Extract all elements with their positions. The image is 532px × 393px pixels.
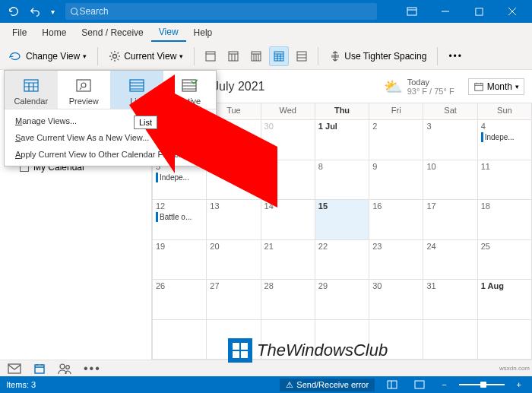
view-option-list[interactable]: List bbox=[110, 71, 163, 109]
menu-send-receive[interactable]: Send / Receive bbox=[74, 24, 150, 41]
preview-view-icon bbox=[59, 75, 109, 95]
calendar-cell[interactable]: 4Indepe... bbox=[478, 120, 532, 160]
calendar-cell[interactable]: 2 bbox=[369, 120, 423, 160]
menu-view[interactable]: View bbox=[151, 24, 186, 42]
month-label: July 2021 bbox=[213, 80, 265, 93]
day-number: 17 bbox=[426, 201, 473, 211]
calendar-cell[interactable]: 13 bbox=[207, 200, 261, 240]
calendar-cell[interactable] bbox=[478, 320, 532, 360]
schedule-view-button[interactable] bbox=[292, 46, 312, 66]
view-option-calendar[interactable]: Calendar bbox=[5, 71, 58, 109]
chevron-down-icon: ▾ bbox=[179, 52, 183, 60]
day-number: 29 bbox=[318, 281, 366, 290]
zoom-in-button[interactable]: + bbox=[512, 380, 526, 389]
current-view-button[interactable]: Current View ▾ bbox=[104, 47, 188, 65]
calendar-event[interactable]: Battle o... bbox=[156, 212, 203, 222]
day-header: Sun bbox=[478, 103, 532, 120]
calendar-cell[interactable]: 28 bbox=[261, 280, 315, 320]
tighter-spacing-label: Use Tighter Spacing bbox=[344, 51, 426, 62]
svg-rect-11 bbox=[35, 365, 44, 373]
view-option-active[interactable]: Active bbox=[163, 71, 217, 109]
svg-point-3 bbox=[113, 54, 117, 58]
calendar-cell[interactable]: 21 bbox=[261, 240, 315, 280]
calendar-cell[interactable]: 7 bbox=[261, 160, 315, 201]
calendar-cell[interactable]: 27 bbox=[207, 280, 261, 320]
more-nav-icon[interactable]: ••• bbox=[84, 362, 101, 376]
calendar-cell[interactable]: 9 bbox=[369, 160, 423, 201]
calendar-cell[interactable]: 24 bbox=[423, 240, 477, 280]
calendar-cell[interactable]: 1 Jul bbox=[315, 120, 369, 160]
svg-rect-22 bbox=[233, 343, 239, 350]
people-nav-icon[interactable] bbox=[58, 363, 71, 375]
calendar-cell[interactable]: 25 bbox=[478, 240, 532, 280]
minimize-button[interactable] bbox=[429, 0, 462, 23]
more-commands-button[interactable]: ••• bbox=[444, 48, 467, 65]
view-option-preview[interactable]: Preview bbox=[58, 71, 111, 109]
search-box[interactable] bbox=[65, 3, 377, 20]
calendar-cell[interactable]: 31 bbox=[423, 280, 477, 320]
zoom-slider[interactable] bbox=[459, 384, 505, 385]
calendar-cell[interactable]: 14 bbox=[261, 200, 315, 240]
reading-view-icon[interactable] bbox=[410, 380, 429, 389]
zoom-out-button[interactable]: − bbox=[437, 380, 451, 389]
undo-icon[interactable] bbox=[24, 2, 46, 21]
calendar-cell[interactable]: 16 bbox=[369, 200, 423, 240]
calendar-cell[interactable] bbox=[423, 320, 477, 360]
calendar-cell[interactable]: 30 bbox=[261, 120, 315, 160]
dropdown-item[interactable]: Apply Current View to Other Calendar Fol… bbox=[5, 146, 216, 163]
change-view-icon bbox=[9, 50, 23, 62]
dropdown-item[interactable]: Manage Views... bbox=[5, 113, 216, 129]
day-header: Fri bbox=[369, 103, 423, 120]
week-view-button[interactable] bbox=[246, 46, 266, 66]
day-view-button[interactable] bbox=[201, 46, 220, 66]
calendar-cell[interactable]: 12Battle o... bbox=[153, 200, 207, 240]
calendar-cell[interactable]: 15 bbox=[315, 200, 369, 240]
month-view-button[interactable] bbox=[269, 46, 289, 66]
weather-today-label: Today bbox=[407, 78, 454, 87]
day-number: 25 bbox=[481, 242, 528, 251]
normal-view-icon[interactable] bbox=[382, 380, 402, 389]
close-button[interactable] bbox=[496, 0, 529, 23]
calendar-cell[interactable]: 11 bbox=[478, 160, 532, 201]
calendar-cell[interactable] bbox=[153, 320, 207, 360]
dropdown-item[interactable]: Save Current View As a New View... bbox=[5, 129, 216, 146]
mail-nav-icon[interactable] bbox=[8, 363, 21, 374]
calendar-cell[interactable]: 20 bbox=[207, 240, 261, 280]
refresh-icon[interactable] bbox=[3, 2, 24, 21]
day-header: Wed bbox=[261, 103, 315, 120]
tighter-spacing-button[interactable]: Use Tighter Spacing bbox=[325, 47, 431, 65]
send-receive-error[interactable]: ⚠ Send/Receive error bbox=[280, 379, 375, 391]
calendar-event[interactable]: Indepe... bbox=[156, 173, 203, 182]
spacing-icon bbox=[329, 50, 341, 62]
view-selector-label: Month bbox=[487, 81, 512, 92]
search-input[interactable] bbox=[80, 6, 372, 17]
svg-rect-23 bbox=[241, 343, 248, 350]
calendar-cell[interactable]: 10 bbox=[423, 160, 477, 201]
calendar-cell[interactable]: 22 bbox=[315, 240, 369, 280]
calendar-cell[interactable]: 17 bbox=[423, 200, 477, 240]
calendar-cell[interactable]: 30 bbox=[369, 280, 423, 320]
menu-help[interactable]: Help bbox=[186, 24, 220, 41]
calendar-event[interactable]: Indepe... bbox=[481, 132, 528, 142]
maximize-button[interactable] bbox=[462, 0, 496, 23]
weather-widget[interactable]: ⛅ Today 93° F / 75° F bbox=[384, 78, 454, 96]
menu-home[interactable]: Home bbox=[34, 24, 74, 41]
ribbon-mode-icon[interactable] bbox=[395, 0, 429, 23]
menu-file[interactable]: File bbox=[5, 24, 34, 41]
svg-rect-25 bbox=[241, 351, 248, 358]
calendar-cell[interactable]: 29 bbox=[315, 280, 369, 320]
work-week-view-button[interactable] bbox=[223, 46, 243, 66]
calendar-cell[interactable]: 8 bbox=[315, 160, 369, 201]
calendar-cell[interactable]: 23 bbox=[369, 240, 423, 280]
calendar-cell[interactable]: 19 bbox=[153, 240, 207, 280]
calendar-cell[interactable]: 18 bbox=[478, 200, 532, 240]
calendar-cell[interactable]: 3 bbox=[423, 120, 477, 160]
day-number: 10 bbox=[426, 162, 473, 171]
calendar-cell[interactable]: 1 Aug bbox=[478, 280, 532, 320]
change-view-button[interactable]: Change View ▾ bbox=[5, 47, 91, 65]
svg-rect-16 bbox=[24, 80, 38, 91]
quick-dropdown-icon[interactable]: ▾ bbox=[46, 2, 59, 21]
calendar-nav-icon[interactable] bbox=[33, 363, 46, 375]
view-selector-button[interactable]: Month ▾ bbox=[468, 78, 524, 95]
calendar-cell[interactable]: 26 bbox=[153, 280, 207, 320]
